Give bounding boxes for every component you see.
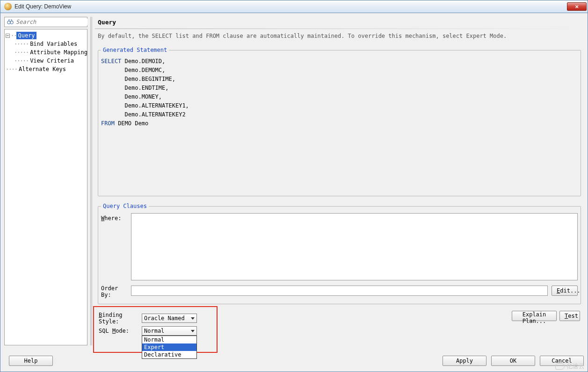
tree-node-altkeys[interactable]: ····Alternate Keys xyxy=(6,65,86,73)
where-input[interactable] xyxy=(131,213,578,280)
binoculars-icon xyxy=(7,18,14,26)
nav-tree[interactable]: −··Query ·····Bind Variables ·····Attrib… xyxy=(4,29,87,345)
title-bar: Edit Query: DemoView ✕ xyxy=(0,0,588,13)
help-button[interactable]: Help xyxy=(9,356,53,366)
sql-mode-option[interactable]: Normal xyxy=(142,336,196,343)
orderby-label: Order By: xyxy=(101,283,131,298)
sql-mode-combo[interactable]: Normal xyxy=(142,326,197,336)
search-box[interactable] xyxy=(4,17,87,27)
test-button[interactable]: Test xyxy=(559,311,580,321)
close-button[interactable]: ✕ xyxy=(567,2,587,11)
tree-node[interactable]: ·····Attribute Mappings xyxy=(14,48,86,57)
tree-node[interactable]: ·····View Criteria xyxy=(14,57,86,65)
window-title: Edit Query: DemoView xyxy=(15,3,71,10)
orderby-input[interactable] xyxy=(131,286,548,296)
where-label: Where: xyxy=(101,213,131,222)
watermark: 亿速云 xyxy=(555,362,585,371)
binding-style-combo[interactable]: Oracle Named xyxy=(142,314,197,323)
tree-label-query[interactable]: Query xyxy=(16,32,36,39)
tree-node[interactable]: ·····Bind Variables xyxy=(14,40,86,48)
search-input[interactable] xyxy=(16,19,87,25)
tree-toggle[interactable]: − xyxy=(6,34,10,38)
watermark-icon xyxy=(555,363,565,370)
splitter[interactable] xyxy=(90,17,92,345)
sql-mode-label: SQL Mode: xyxy=(99,328,142,334)
sql-mode-option[interactable]: Declarative xyxy=(142,351,196,358)
generated-statement-group: Generated Statement SELECT Demo.DEMOID, … xyxy=(98,47,581,196)
button-bar: Help Apply OK Cancel xyxy=(4,354,584,368)
edit-button[interactable]: Edit... xyxy=(552,286,578,296)
binding-style-label: Binding Style: xyxy=(99,312,142,325)
page-title: Query xyxy=(95,17,584,26)
explain-plan-button[interactable]: Explain Plan... xyxy=(512,311,557,321)
app-icon xyxy=(4,3,12,10)
query-clauses-group: Query Clauses Where: Order By: Edit... xyxy=(98,203,581,304)
sql-mode-option[interactable]: Expert xyxy=(142,343,196,351)
apply-button[interactable]: Apply xyxy=(443,356,486,366)
ok-button[interactable]: OK xyxy=(491,356,535,366)
generated-statement-legend: Generated Statement xyxy=(101,47,169,53)
page-description: By default, the SELECT list and FROM cla… xyxy=(95,33,584,45)
sql-mode-dropdown[interactable]: NormalExpertDeclarative xyxy=(142,336,197,359)
query-clauses-legend: Query Clauses xyxy=(101,203,149,209)
tree-node-query[interactable]: −··Query xyxy=(6,31,86,40)
divider xyxy=(95,29,584,29)
sql-statement: SELECT Demo.DEMOID, Demo.DEMOMC, Demo.BE… xyxy=(101,57,578,128)
